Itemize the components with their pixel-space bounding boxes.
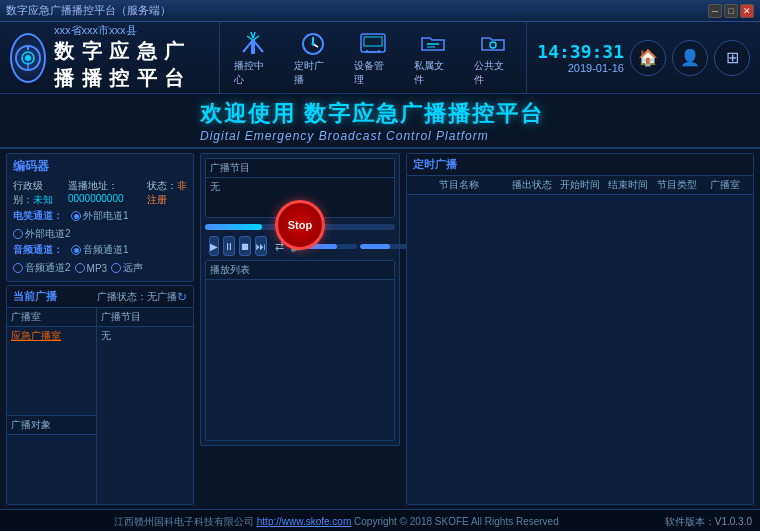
- audio-ch1-label: 音频通道1: [83, 243, 129, 257]
- welcome-sub-text: Digital Emergency Broadcast Control Plat…: [200, 129, 544, 143]
- clock-date: 2019-01-16: [537, 62, 624, 74]
- header-right: 14:39:31 2019-01-16 🏠 👤 ⊞: [526, 22, 760, 93]
- audio-ch2-label: 音频通道2: [25, 261, 71, 275]
- th-start: 开始时间: [556, 178, 604, 192]
- program-value: 无: [97, 327, 193, 345]
- program-title-label: 广播节目: [97, 308, 193, 327]
- table-header: 节目名称 播出状态 开始时间 结束时间 节目类型 广播室: [407, 176, 753, 195]
- audio-label: 音频通道：: [13, 243, 63, 257]
- refresh-icon[interactable]: ↻: [177, 290, 187, 304]
- left-column: 编码器 行政级别：未知 遥播地址：0000000000 状态：非注册 电笑通道：…: [6, 153, 194, 505]
- scheduled-broadcast-header: 定时广播: [407, 154, 753, 176]
- tower-icon: [238, 29, 268, 57]
- user-button[interactable]: 👤: [672, 40, 708, 76]
- playback-controls: 广播节目 无 Stop ▶ ⏸ ⏹ ⏭: [200, 153, 400, 446]
- th-status: 播出状态: [508, 178, 556, 192]
- th-end: 结束时间: [604, 178, 652, 192]
- logo-icon: [10, 33, 46, 83]
- footer: 江西赣州国科电子科技有限公司 http://www.skofe.com Copy…: [0, 509, 760, 531]
- clock-time: 14:39:31: [537, 41, 624, 62]
- header: xxx省xxx市xxx县 数 字 应 急 广 播 播 控 平 台 播控中心: [0, 22, 760, 94]
- broadcast-program-header: 广播节目: [206, 159, 394, 178]
- clock-icon: [298, 29, 328, 57]
- footer-info: 江西赣州国科电子科技有限公司 http://www.skofe.com Copy…: [8, 515, 665, 529]
- admin-value: 未知: [33, 194, 53, 205]
- header-left: xxx省xxx市xxx县 数 字 应 急 广 播 播 控 平 台: [0, 22, 220, 93]
- header-main-title: 数 字 应 急 广 播 播 控 平 台: [54, 38, 209, 92]
- broadcast-room-item[interactable]: 应急广播室: [7, 327, 96, 345]
- close-button[interactable]: ✕: [740, 4, 754, 18]
- broadcast-program-content: 无: [206, 178, 394, 196]
- audio-radio-4: [111, 263, 121, 273]
- playlist-area: 播放列表: [205, 260, 395, 441]
- home-button[interactable]: 🏠: [630, 40, 666, 76]
- footer-company: 江西赣州国科电子科技有限公司: [114, 516, 254, 527]
- status-value: 非注册: [147, 180, 187, 205]
- audio-radio-2: [13, 263, 23, 273]
- electric-ch2-label: 外部电道2: [25, 227, 71, 241]
- svg-rect-17: [364, 37, 382, 46]
- maximize-button[interactable]: □: [724, 4, 738, 18]
- audio-remote-label: 远声: [123, 261, 143, 275]
- folder-icon: [418, 29, 448, 57]
- radio-circle-1: [71, 211, 81, 221]
- encoder-title: 编码器: [13, 158, 187, 175]
- encoder-info-row: 行政级别：未知 遥播地址：0000000000 状态：非注册: [13, 179, 187, 207]
- scheduled-broadcast-panel: 定时广播 节目名称 播出状态 开始时间 结束时间 节目类型 广播室: [406, 153, 754, 505]
- svg-point-23: [490, 42, 496, 48]
- electric-ch1-label: 外部电道1: [83, 209, 129, 223]
- center-column: 广播节目 无 Stop ▶ ⏸ ⏹ ⏭: [200, 153, 400, 505]
- svg-line-11: [253, 32, 255, 38]
- audio-ch2[interactable]: 音频通道2: [13, 261, 71, 275]
- minimize-button[interactable]: ─: [708, 4, 722, 18]
- footer-website[interactable]: http://www.skofe.com: [257, 516, 351, 527]
- electric-ch1[interactable]: 外部电道1: [71, 209, 129, 223]
- welcome-text-wrap: 欢迎使用 数字应急广播播控平台 Digital Emergency Broadc…: [200, 99, 544, 143]
- th-room: 广播室: [701, 178, 749, 192]
- title-bar: 数字应急广播播控平台（服务端） ─ □ ✕: [0, 0, 760, 22]
- broadcast-status: 广播状态：无广播: [97, 290, 177, 304]
- welcome-section: 欢迎使用 数字应急广播播控平台 Digital Emergency Broadc…: [0, 94, 760, 149]
- encoder-box: 编码器 行政级别：未知 遥播地址：0000000000 状态：非注册 电笑通道：…: [6, 153, 194, 282]
- th-name: 节目名称: [411, 178, 508, 192]
- svg-point-15: [312, 42, 315, 45]
- nav-item-device[interactable]: 设备管理: [346, 25, 400, 91]
- radio-circle-2: [13, 229, 23, 239]
- program-display: 广播节目 无 Stop: [205, 158, 395, 218]
- broadcast-right: 广播节目 无: [97, 308, 193, 504]
- audio-radio-1: [71, 245, 81, 255]
- electric-ch2[interactable]: 外部电道2: [13, 227, 71, 241]
- nav-item-timer[interactable]: 定时广播: [286, 25, 340, 91]
- settings-icon: [358, 29, 388, 57]
- content-area: 编码器 行政级别：未知 遥播地址：0000000000 状态：非注册 电笑通道：…: [0, 149, 760, 509]
- status-label: 状态：非注册: [147, 179, 187, 207]
- addr-value: 0000000000: [68, 193, 124, 204]
- nav-label-private: 私属文件: [414, 59, 452, 87]
- header-subtitle: xxx省xxx市xxx县: [54, 23, 209, 38]
- broadcast-room-title: 广播室: [7, 308, 96, 327]
- current-broadcast-header: 当前广播 广播状态：无广播 ↻: [7, 286, 193, 308]
- current-broadcast-panel: 当前广播 广播状态：无广播 ↻ 广播室 应急广播室 广播对象 广播节目 无: [6, 285, 194, 505]
- header-title-wrap: xxx省xxx市xxx县 数 字 应 急 广 播 播 控 平 台: [54, 23, 209, 92]
- header-nav: 播控中心 定时广播: [220, 22, 526, 93]
- audio-ch1[interactable]: 音频通道1: [71, 243, 129, 257]
- current-broadcast-title: 当前广播: [13, 289, 97, 304]
- footer-version: 软件版本：V1.0.3.0: [665, 515, 752, 529]
- admin-label: 行政级别：未知: [13, 179, 60, 207]
- folder2-icon: [478, 29, 508, 57]
- broadcast-bag-title: 广播对象: [7, 416, 96, 435]
- electric-label: 电笑通道：: [13, 209, 63, 223]
- stop-button[interactable]: Stop: [275, 200, 325, 250]
- title-bar-text: 数字应急广播播控平台（服务端）: [6, 3, 708, 18]
- nav-item-private[interactable]: 私属文件: [406, 25, 460, 91]
- audio-mp3[interactable]: MP3: [75, 261, 108, 275]
- nav-item-public[interactable]: 公共文件: [466, 25, 520, 91]
- grid-button[interactable]: ⊞: [714, 40, 750, 76]
- scheduled-table-body: [407, 195, 753, 504]
- nav-label-public: 公共文件: [474, 59, 512, 87]
- audio-remote[interactable]: 远声: [111, 261, 143, 275]
- broadcast-left: 广播室 应急广播室 广播对象: [7, 308, 97, 504]
- nav-item-monitor[interactable]: 播控中心: [226, 25, 280, 91]
- far-right-column: 定时广播 节目名称 播出状态 开始时间 结束时间 节目类型 广播室: [406, 153, 754, 505]
- nav-label-timer: 定时广播: [294, 59, 332, 87]
